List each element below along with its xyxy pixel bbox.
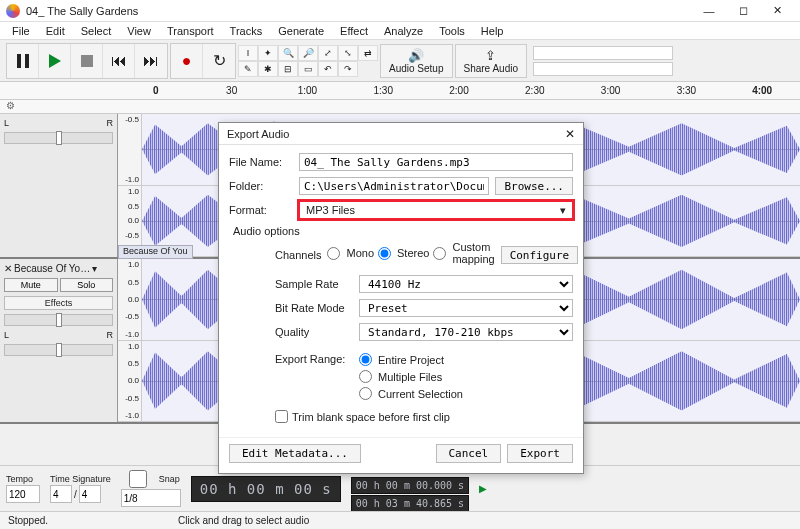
timeline-tick: 3:30 (648, 85, 724, 96)
mute-button[interactable]: Mute (4, 278, 58, 292)
trim-label: Trim blank space before first clip (292, 411, 450, 423)
track-2-name: Because Of Yo… (14, 263, 90, 274)
skip-start-button[interactable]: ⏮ (103, 44, 135, 78)
pause-button[interactable] (7, 44, 39, 78)
pan-left-label: L (4, 118, 9, 128)
menu-edit[interactable]: Edit (38, 24, 73, 38)
file-name-input[interactable] (299, 153, 573, 171)
trim-icon[interactable]: ⊟ (278, 61, 298, 77)
menu-transport[interactable]: Transport (159, 24, 222, 38)
export-audio-dialog: Export Audio ✕ File Name: Folder: Browse… (218, 122, 584, 474)
draw-tool-icon[interactable]: ✎ (238, 61, 258, 77)
effects-button[interactable]: Effects (4, 296, 113, 310)
menu-view[interactable]: View (119, 24, 159, 38)
fit-selection-icon[interactable]: ⤢ (318, 45, 338, 61)
format-select[interactable]: MP3 Files▾ (299, 201, 573, 219)
silence-icon[interactable]: ▭ (298, 61, 318, 77)
menu-effect[interactable]: Effect (332, 24, 376, 38)
chevron-down-icon[interactable]: ▾ (92, 263, 97, 274)
close-track-icon[interactable]: ✕ (4, 263, 12, 274)
skip-end-button[interactable]: ⏭ (135, 44, 167, 78)
maximize-button[interactable]: ◻ (726, 0, 760, 22)
timeline-tick: 1:30 (345, 85, 421, 96)
menu-select[interactable]: Select (73, 24, 120, 38)
format-label: Format: (229, 204, 293, 216)
pan-left-label: L (4, 330, 9, 340)
timeline-ruler[interactable]: 0 30 1:00 1:30 2:00 2:30 3:00 3:30 4:00 (0, 82, 800, 100)
quality-label: Quality (275, 326, 353, 338)
stereo-radio[interactable] (378, 247, 391, 260)
menu-tracks[interactable]: Tracks (222, 24, 271, 38)
zoom-out-icon[interactable]: 🔎 (298, 45, 318, 61)
menu-generate[interactable]: Generate (270, 24, 332, 38)
share-audio-button[interactable]: ⇪ Share Audio (455, 44, 528, 78)
play-small-icon[interactable]: ▶ (479, 483, 487, 494)
snap-checkbox[interactable] (121, 470, 155, 488)
snap-value-input[interactable] (121, 489, 181, 507)
tempo-input[interactable] (6, 485, 40, 503)
custom-mapping-radio[interactable] (433, 247, 446, 260)
redo-icon[interactable]: ↷ (338, 61, 358, 77)
sample-rate-select[interactable]: 44100 Hz (359, 275, 573, 293)
track-2-pan-slider[interactable] (4, 344, 113, 356)
browse-button[interactable]: Browse... (495, 177, 573, 195)
folder-input[interactable] (299, 177, 489, 195)
fit-project-icon[interactable]: ⤡ (338, 45, 358, 61)
export-button[interactable]: Export (507, 444, 573, 463)
minimize-button[interactable]: ― (692, 0, 726, 22)
entire-project-radio[interactable] (359, 353, 372, 366)
zoom-in-icon[interactable]: 🔍 (278, 45, 298, 61)
tempo-label: Tempo (6, 474, 40, 484)
configure-button[interactable]: Configure (501, 246, 579, 264)
menu-analyze[interactable]: Analyze (376, 24, 431, 38)
quality-select[interactable]: Standard, 170-210 kbps (359, 323, 573, 341)
envelope-tool-icon[interactable]: ✦ (258, 45, 278, 61)
selection-end-display[interactable]: 00 h 03 m 40.865 s (351, 495, 469, 512)
trim-checkbox[interactable] (275, 410, 288, 423)
multiple-files-label: Multiple Files (378, 371, 442, 383)
record-button[interactable]: ● (171, 44, 203, 78)
audio-setup-button[interactable]: 🔊 Audio Setup (380, 44, 453, 78)
menu-file[interactable]: File (4, 24, 38, 38)
timeline-settings-row: ⚙ (0, 100, 800, 114)
timesig-label: Time Signature (50, 474, 111, 484)
timeline-tick: 2:00 (421, 85, 497, 96)
bitrate-mode-select[interactable]: Preset (359, 299, 573, 317)
zoom-toggle-icon[interactable]: ⇄ (358, 45, 378, 61)
mono-radio[interactable] (327, 247, 340, 260)
edit-metadata-button[interactable]: Edit Metadata... (229, 444, 361, 463)
clip-label[interactable]: Because Of You (118, 245, 193, 259)
playback-meter[interactable] (533, 62, 673, 76)
record-meter[interactable] (533, 46, 673, 60)
multiple-files-radio[interactable] (359, 370, 372, 383)
menu-tools[interactable]: Tools (431, 24, 473, 38)
entire-project-label: Entire Project (378, 354, 444, 366)
share-icon: ⇪ (485, 48, 496, 63)
cancel-button[interactable]: Cancel (436, 444, 502, 463)
undo-icon[interactable]: ↶ (318, 61, 338, 77)
play-button[interactable] (39, 44, 71, 78)
selection-start-display[interactable]: 00 h 00 m 00.000 s (351, 477, 469, 494)
folder-label: Folder: (229, 180, 293, 192)
pan-right-label: R (107, 330, 114, 340)
solo-button[interactable]: Solo (60, 278, 114, 292)
statusbar: Stopped. Click and drag to select audio (0, 511, 800, 529)
dialog-close-icon[interactable]: ✕ (565, 127, 575, 141)
loop-button[interactable]: ↻ (203, 44, 235, 78)
share-audio-label: Share Audio (464, 63, 519, 74)
stop-button[interactable] (71, 44, 103, 78)
timesig-num-input[interactable] (50, 485, 72, 503)
current-selection-radio[interactable] (359, 387, 372, 400)
track-2-gain-slider[interactable] (4, 314, 113, 326)
track-1-pan-slider[interactable] (4, 132, 113, 144)
selection-tool-icon[interactable]: I (238, 45, 258, 61)
timeline-tick: 4:00 (724, 85, 800, 96)
main-time-display[interactable]: 00 h 00 m 00 s (191, 476, 341, 502)
format-value: MP3 Files (306, 204, 355, 216)
multi-tool-icon[interactable]: ✱ (258, 61, 278, 77)
menu-help[interactable]: Help (473, 24, 512, 38)
window-title: 04_ The Sally Gardens (26, 5, 692, 17)
timesig-den-input[interactable] (79, 485, 101, 503)
close-button[interactable]: ✕ (760, 0, 794, 22)
file-name-label: File Name: (229, 156, 293, 168)
